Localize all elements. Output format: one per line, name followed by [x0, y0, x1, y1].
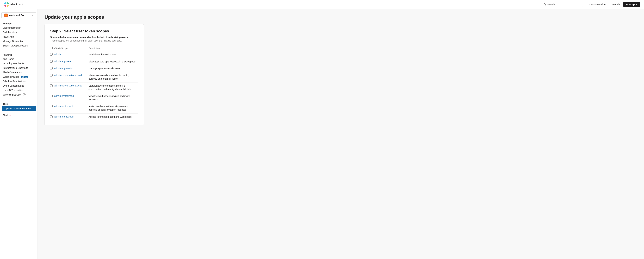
- help-icon[interactable]: ?: [23, 93, 26, 96]
- logo-api-text: api: [19, 3, 23, 6]
- sidebar-item-interactivity-shortcuts[interactable]: Interactivity & Shortcuts: [0, 66, 38, 70]
- scope-description-cell: Administer the workspace: [88, 51, 138, 58]
- scope-description-cell: View the workspace's invites and invite …: [88, 93, 138, 103]
- scope-name: admin.apps:write: [54, 67, 72, 70]
- scope-description-cell: Invite members to the workspace and appr…: [88, 103, 138, 113]
- table-header-checkbox-col: [50, 46, 54, 51]
- row-checkbox-cell: [50, 82, 54, 93]
- scope-checkbox-3[interactable]: [50, 74, 52, 77]
- scope-description: Administer the workspace: [88, 53, 116, 56]
- app-selector-name: Assistant Bot: [9, 14, 31, 17]
- scopes-table: OAuth Scope Description admin Administer…: [50, 46, 138, 120]
- scope-name: admin.conversations:write: [54, 84, 82, 87]
- search-bar[interactable]: [542, 2, 583, 7]
- scope-checkbox-7[interactable]: [50, 115, 52, 118]
- scope-description: Invite members to the workspace and appr…: [88, 105, 128, 111]
- scopes-card: Step 2: Select user token scopes Scopes …: [44, 24, 144, 125]
- scope-name: admin.conversations:read: [54, 74, 82, 77]
- scope-checkbox-6[interactable]: [50, 105, 52, 107]
- sidebar-item-install-app[interactable]: Install App: [0, 35, 38, 39]
- sidebar-divider-1: [0, 50, 38, 50]
- chevron-down-icon: ▾: [32, 14, 33, 17]
- sidebar-item-collaborators[interactable]: Collaborators: [0, 30, 38, 35]
- scope-checkbox-4[interactable]: [50, 84, 52, 87]
- logo: slack api: [4, 2, 23, 7]
- scope-name-cell: admin.conversations:write: [54, 82, 88, 93]
- sidebar-item-workflow-steps[interactable]: Workflow Steps BETA: [0, 75, 38, 79]
- description-bold: Scopes that access user data and act on …: [50, 36, 138, 39]
- slack-footer-text: Slack: [3, 114, 8, 117]
- scope-checkbox-2[interactable]: [50, 67, 52, 70]
- search-input[interactable]: [547, 3, 581, 6]
- scope-name-cell: admin.apps:write: [54, 65, 88, 72]
- table-header-row: OAuth Scope Description: [50, 46, 138, 51]
- scope-checkbox-1[interactable]: [50, 60, 52, 63]
- heart-icon: ♥: [9, 114, 10, 117]
- sidebar-item-event-subscriptions[interactable]: Event Subscriptions: [0, 84, 38, 88]
- sidebar-item-app-home[interactable]: App Home: [0, 57, 38, 61]
- scopes-tbody: admin Administer the workspace admin.app…: [50, 51, 138, 120]
- logo-slack-text: slack: [10, 3, 18, 6]
- row-checkbox-cell: [50, 58, 54, 65]
- sidebar-item-submit-to-app-directory[interactable]: Submit to App Directory: [0, 43, 38, 48]
- row-checkbox-cell: [50, 103, 54, 113]
- table-row: admin.apps:write Manage apps in a worksp…: [50, 65, 138, 72]
- scope-description-cell: View apps and app requests in a workspac…: [88, 58, 138, 65]
- scope-description: Access information about the workspace: [88, 115, 132, 118]
- table-row: admin.apps:read View apps and app reques…: [50, 58, 138, 65]
- select-all-checkbox[interactable]: [50, 47, 52, 49]
- sidebar-item-oauth-permissions[interactable]: OAuth & Permissions: [0, 79, 38, 84]
- scope-name-cell: admin.conversations:read: [54, 72, 88, 82]
- scope-name: admin: [54, 53, 61, 56]
- sidebar-item-slash-commands[interactable]: Slash Commands: [0, 70, 38, 75]
- row-checkbox-cell: [50, 113, 54, 120]
- sidebar-item-user-id-translation[interactable]: User ID Translation: [0, 88, 38, 92]
- header-nav: Documentation Tutorials Your Apps: [587, 2, 640, 7]
- sidebar: 🟠 Assistant Bot ▾ Settings Basic Informa…: [0, 9, 38, 259]
- scope-name-cell: admin.invites:read: [54, 93, 88, 103]
- scope-checkbox-0[interactable]: [50, 53, 52, 56]
- table-row: admin.conversations:write Start a new co…: [50, 82, 138, 93]
- scope-name: admin.invites:read: [54, 95, 74, 97]
- scope-checkbox-5[interactable]: [50, 95, 52, 97]
- update-scopes-button[interactable]: Update to Granular Scop...: [2, 106, 36, 111]
- scope-description-cell: View the channel's member list, topic, p…: [88, 72, 138, 82]
- header: slack api Documentation Tutorials Your A…: [0, 0, 644, 9]
- scope-description: View the channel's member list, topic, p…: [88, 74, 129, 80]
- scope-name-cell: admin: [54, 51, 88, 58]
- app-selector[interactable]: 🟠 Assistant Bot ▾: [1, 12, 36, 18]
- features-section-label: Features: [0, 52, 38, 57]
- row-checkbox-cell: [50, 51, 54, 58]
- scope-name-cell: admin.teams:read: [54, 113, 88, 120]
- sidebar-item-wheres-bot-user[interactable]: Where's Bot User ?: [0, 92, 38, 97]
- nav-your-apps[interactable]: Your Apps: [623, 2, 640, 7]
- scope-name: admin.invites:write: [54, 105, 74, 108]
- scope-description-cell: Manage apps in a workspace: [88, 65, 138, 72]
- nav-documentation[interactable]: Documentation: [587, 2, 608, 7]
- app-icon: 🟠: [4, 14, 8, 17]
- sidebar-footer: Slack ♥: [0, 111, 38, 117]
- svg-line-1: [545, 5, 546, 6]
- page-container: 🟠 Assistant Bot ▾ Settings Basic Informa…: [0, 9, 644, 259]
- row-checkbox-cell: [50, 93, 54, 103]
- table-header-scope: OAuth Scope: [54, 46, 88, 51]
- scope-name: admin.teams:read: [54, 115, 74, 118]
- sidebar-item-incoming-webhooks[interactable]: Incoming Webhooks: [0, 61, 38, 66]
- scope-name: admin.apps:read: [54, 60, 72, 63]
- tools-section-label: Tools: [0, 101, 38, 106]
- sidebar-item-basic-information[interactable]: Basic Information: [0, 26, 38, 30]
- scope-description: View the workspace's invites and invite …: [88, 95, 130, 101]
- search-icon: [544, 3, 546, 6]
- nav-tutorials[interactable]: Tutorials: [609, 2, 622, 7]
- description: These scopes will be requested for each …: [50, 39, 138, 42]
- row-checkbox-cell: [50, 72, 54, 82]
- slack-logo-icon: [4, 2, 9, 7]
- settings-section-label: Settings: [0, 21, 38, 26]
- sidebar-divider-2: [0, 99, 38, 99]
- row-checkbox-cell: [50, 65, 54, 72]
- table-header-description: Description: [88, 46, 138, 51]
- table-row: admin.conversations:read View the channe…: [50, 72, 138, 82]
- scope-description: Start a new conversation, modify a conve…: [88, 84, 131, 91]
- table-row: admin.teams:read Access information abou…: [50, 113, 138, 120]
- sidebar-item-manage-distribution[interactable]: Manage Distribution: [0, 39, 38, 43]
